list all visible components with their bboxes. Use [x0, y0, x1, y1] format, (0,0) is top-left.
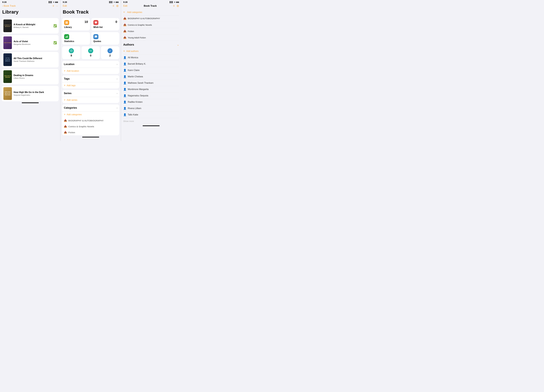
settings-button-3[interactable]: ⚙	[177, 5, 179, 7]
book-info-4: Dealing in Dreams Lilliam Rivera	[14, 74, 57, 79]
p3-cat-comics[interactable]: 📥 Comics & Graphic Novels	[123, 22, 179, 28]
p3-cat-fiction[interactable]: 📥 Fiction	[123, 28, 179, 35]
library-card[interactable]: 10 Library	[62, 18, 90, 30]
stat-reading[interactable]: 8	[62, 46, 80, 59]
book-item-3[interactable]: All This Could Be Different All This Cou…	[2, 52, 59, 68]
booktrack-content: 10 Library 0 Wish list	[60, 16, 121, 141]
book-status-2: ✅	[53, 41, 57, 45]
svg-rect-5	[66, 36, 67, 38]
author-mathews[interactable]: 👤 Mathews Sarah Thankam	[123, 80, 179, 86]
author-radtke[interactable]: 👤 Radtke Kristen	[123, 99, 179, 105]
add-button-2[interactable]: +	[112, 4, 114, 7]
p3-cat-ya-label: Young Adult Fiction	[128, 36, 146, 39]
location-chevron: ›	[117, 63, 117, 66]
cat-row-comics-2[interactable]: 📥 Comics & Graphic Novels	[62, 123, 119, 129]
author-rivera[interactable]: 👤 Rivera Lilliam	[123, 105, 179, 112]
add-location-label: Add location	[67, 70, 79, 72]
author-montimore[interactable]: 👤 Montimore Margarita	[123, 86, 179, 92]
more-button-1[interactable]: ···	[56, 5, 58, 7]
cat-row-bio-2[interactable]: 📥 BIOGRAPHY & AUTOBIOGRAPHY	[62, 118, 119, 123]
edit-button-2[interactable]: Edit	[63, 5, 67, 7]
book-title-3: All This Could Be Different	[14, 57, 57, 60]
library-card-header: 10	[64, 20, 88, 25]
series-section: Series › + Add series	[62, 90, 119, 103]
categories-chevron: ›	[117, 107, 117, 109]
book-cover-1: A KNOCK AT MIDNIGHT	[3, 19, 12, 32]
add-button-3[interactable]: +	[173, 4, 175, 7]
location-title: Location	[64, 63, 74, 66]
book-info-5: How High We Go in the Dark Sequoia Nagam…	[14, 91, 57, 96]
book-title-1: A Knock at Midnight	[14, 23, 52, 26]
status-icons-2: ▌▌▌ ⊛ ▮▮▮	[109, 1, 119, 3]
panel3-main: + Add categories 📥 BIOGRAPHY & AUTOBIOGR…	[121, 9, 181, 124]
wishlist-card[interactable]: 0 Wish list	[91, 18, 119, 30]
book-cover-5: HOW HIGH WE GO IN THE DARK	[3, 87, 12, 100]
authors-header: Authors ⌄	[123, 43, 179, 48]
tags-section: Tags › + Add tags	[62, 75, 119, 88]
add-cat-label-2: Add categories	[67, 113, 82, 116]
battery-icon-2: ▮▮▮	[116, 1, 119, 3]
add-button-1[interactable]: +	[52, 4, 54, 7]
quotes-card[interactable]: Quotes	[91, 32, 119, 45]
author-nagamatsu[interactable]: 👤 Nagamatsu Sequoia	[123, 92, 179, 99]
authors-chevron-icon[interactable]: ⌄	[177, 43, 179, 46]
tags-title: Tags	[64, 77, 70, 80]
location-header[interactable]: Location ›	[62, 61, 119, 68]
settings-button-2[interactable]: ⚙	[116, 5, 119, 7]
status-icons-3: ▌▌▌ ⊛ ▮▮▮	[170, 1, 179, 3]
show-more-button[interactable]: Show more	[123, 118, 179, 124]
author-kann[interactable]: 👤 Kann Claire	[123, 67, 179, 74]
book-item-1[interactable]: A KNOCK AT MIDNIGHT A Knock at Midnight …	[2, 18, 59, 34]
p3-cat-bio[interactable]: 📥 BIOGRAPHY & AUTOBIOGRAPHY	[123, 15, 179, 22]
series-header[interactable]: Series ›	[62, 90, 119, 97]
author-name-kann: Kann Claire	[128, 69, 140, 72]
cat-inbox-icon-comics-2: 📥	[64, 125, 67, 128]
categories-header[interactable]: Categories ›	[62, 104, 119, 111]
edit-button-3[interactable]: Edit	[123, 5, 127, 7]
stat-count-1: 8	[71, 54, 72, 57]
book-list-container: A KNOCK AT MIDNIGHT A Knock at Midnight …	[0, 16, 60, 141]
author-barnett[interactable]: 👤 Barnett Brittany K.	[123, 61, 179, 67]
add-location-row[interactable]: + Add location	[62, 68, 119, 74]
add-categories-row-3[interactable]: + Add categories	[123, 9, 179, 15]
main-cards-grid: 10 Library 0 Wish list	[60, 16, 121, 32]
svg-rect-4	[66, 37, 66, 38]
book-author-2: Margarita Montimore	[14, 43, 52, 45]
signal-icon-3: ▌▌▌	[170, 1, 173, 3]
p3-cat-ya[interactable]: 📥 Young Adult Fiction	[123, 35, 179, 41]
tags-header[interactable]: Tags ›	[62, 75, 119, 82]
cat-row-fiction-2[interactable]: 📥 Fiction	[62, 129, 119, 135]
author-person-icon-kann: 👤	[123, 69, 126, 72]
time-1: 9:28	[2, 1, 6, 3]
author-name-montimore: Montimore Margarita	[128, 88, 149, 91]
author-tallo[interactable]: 👤 Tallo Katie	[123, 112, 179, 118]
booktrack-authors-panel: 9:28 ▌▌▌ ⊛ ▮▮▮ Edit Book Track + ⚙ + Add…	[121, 0, 181, 141]
p3-inbox-comics: 📥	[123, 23, 126, 26]
tags-chevron: ›	[117, 78, 117, 80]
stat-check[interactable]: 2	[101, 46, 119, 59]
add-series-row[interactable]: + Add series	[62, 97, 119, 103]
stats-quotes-grid: Statistics Quotes	[60, 32, 121, 46]
author-person-icon-montimore: 👤	[123, 88, 126, 91]
library-count: 10	[85, 20, 88, 24]
signal-icon-2: ▌▌▌	[109, 1, 113, 3]
status-bar-2: 9:28 ▌▌▌ ⊛ ▮▮▮	[60, 0, 121, 4]
nav-title-3: Book Track	[144, 5, 157, 7]
author-martin[interactable]: 👤 Martin Chelsea	[123, 74, 179, 80]
add-categories-row-2[interactable]: + Add categories	[62, 111, 119, 118]
back-button-1[interactable]: ‹ Book Track	[2, 5, 16, 7]
home-indicator-1	[22, 103, 39, 103]
add-location-icon: +	[64, 69, 65, 73]
author-ali[interactable]: 👤 Ali Monica	[123, 54, 179, 61]
add-authors-label: Add authors	[126, 50, 138, 52]
book-item-4[interactable]: DEALING IN DREAMS Dealing in Dreams Lill…	[2, 69, 59, 84]
cat-label-comics-2: Comics & Graphic Novels	[68, 125, 94, 128]
add-tags-row[interactable]: + Add tags	[62, 82, 119, 88]
statistics-card[interactable]: Statistics	[62, 32, 90, 45]
stat-infinite[interactable]: 0	[82, 46, 100, 59]
add-authors-row[interactable]: + Add authors	[123, 48, 179, 54]
book-item-2[interactable]: Acts of Violet Acts of Violet Margarita …	[2, 35, 59, 51]
book-item-5[interactable]: HOW HIGH WE GO IN THE DARK How High We G…	[2, 86, 59, 101]
battery-icon-3: ▮▮▮	[176, 1, 179, 3]
library-label: Library	[64, 26, 88, 29]
